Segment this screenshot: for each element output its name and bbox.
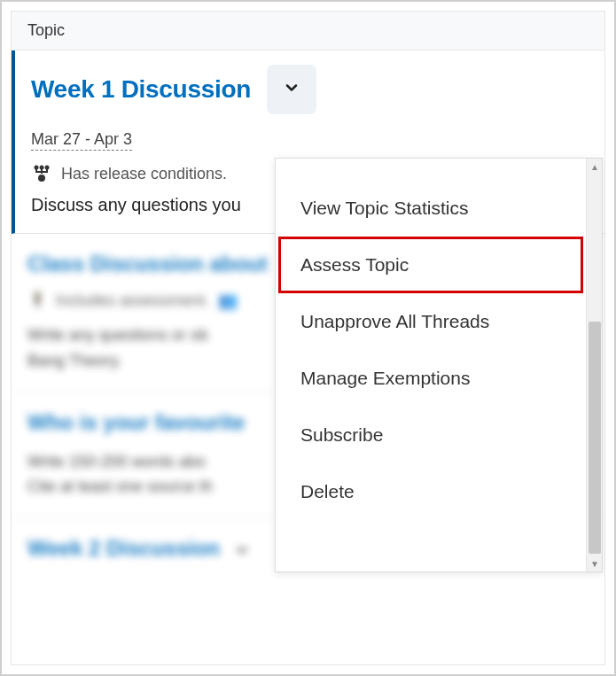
svg-point-2 bbox=[45, 166, 50, 170]
svg-point-1 bbox=[40, 166, 44, 170]
scroll-thumb[interactable] bbox=[589, 322, 601, 554]
svg-point-7 bbox=[38, 175, 45, 182]
panel-header: Topic bbox=[12, 12, 604, 51]
topic-date-range: Mar 27 - Apr 3 bbox=[31, 130, 132, 151]
outer-frame: Topic Week 1 Discussion Mar 27 - Apr 3 H… bbox=[0, 0, 616, 676]
menu-item-manage-exemptions[interactable]: Manage Exemptions bbox=[276, 350, 586, 407]
topic-actions-menu: View Topic Statistics Assess Topic Unapp… bbox=[275, 158, 603, 572]
menu-scrollbar[interactable]: ▲ ▼ bbox=[586, 159, 602, 571]
svg-point-0 bbox=[35, 166, 39, 170]
svg-rect-6 bbox=[35, 171, 48, 173]
menu-item-view-statistics[interactable]: View Topic Statistics bbox=[276, 180, 586, 237]
release-conditions-label: Has release conditions. bbox=[61, 165, 227, 183]
topic-actions-button[interactable] bbox=[267, 65, 316, 114]
menu-item-delete[interactable]: Delete bbox=[276, 463, 586, 520]
topic-title-link[interactable]: Week 1 Discussion bbox=[31, 75, 251, 104]
chevron-down-icon bbox=[234, 542, 250, 562]
topic-title-blurred: Week 2 Discussion bbox=[27, 536, 220, 560]
scroll-up-icon[interactable]: ▲ bbox=[588, 159, 602, 174]
topic-panel: Topic Week 1 Discussion Mar 27 - Apr 3 H… bbox=[11, 11, 605, 665]
release-conditions-icon bbox=[31, 163, 52, 184]
chevron-down-icon bbox=[283, 79, 300, 100]
menu-item-subscribe[interactable]: Subscribe bbox=[276, 407, 586, 463]
group-icon: 👥 bbox=[218, 291, 238, 310]
menu-item-unapprove-threads[interactable]: Unapprove All Threads bbox=[276, 293, 586, 350]
topic-title-row: Week 1 Discussion bbox=[31, 65, 589, 114]
scroll-down-icon[interactable]: ▼ bbox=[588, 556, 602, 571]
panel-header-label: Topic bbox=[27, 21, 65, 39]
menu-body: View Topic Statistics Assess Topic Unapp… bbox=[276, 159, 586, 571]
assessment-icon: 🕴 bbox=[27, 291, 47, 310]
menu-item-assess-topic[interactable]: Assess Topic bbox=[278, 237, 583, 293]
